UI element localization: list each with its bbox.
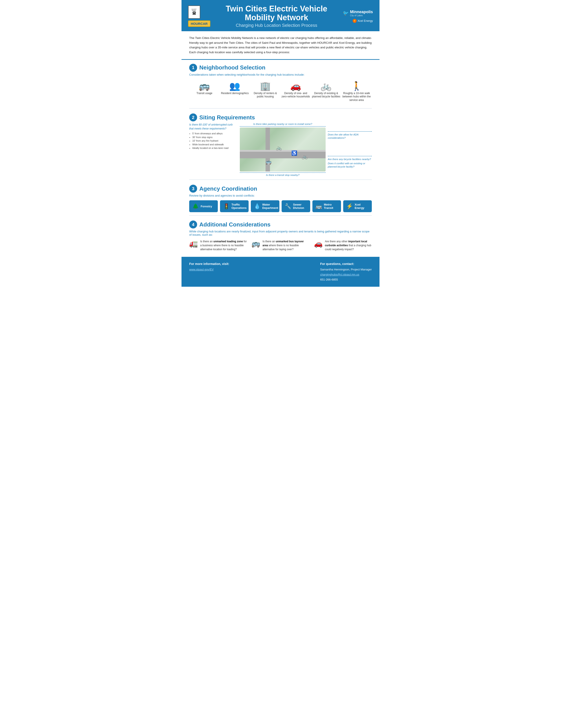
bicycle-icon: 🚲 — [321, 82, 332, 90]
metro-transit-label: Metro Transit — [324, 203, 338, 210]
list-item: 🚲 Density of existing & planned bicycle … — [312, 82, 340, 99]
accessible-icon: ♿ — [291, 150, 297, 156]
step1-title-row: 1 Neighborhood Selection — [189, 64, 372, 72]
agency-xcel: ⚡ Xcel Energy — [343, 200, 372, 212]
water-label: Water Department — [262, 203, 278, 210]
agency-sewer: 🔧 Sewer Division — [282, 200, 310, 212]
ada-question: Does the site allow for ADA consideratio… — [328, 133, 372, 140]
step3-subtitle: Review by divisions and agencies to avoi… — [189, 194, 372, 197]
bus-layover-text: Is there an unmarked bus layover area wh… — [262, 239, 309, 251]
bus-stop-icon: 🚌 — [265, 159, 271, 165]
list-item: 🏢 Density of renters & public housing — [251, 82, 279, 99]
footer-contact-name: Samantha Henningson, Project Manager — [320, 267, 372, 272]
agency-water: 💧 Water Department — [251, 200, 279, 212]
footer-info-label: For more information, visit: — [189, 261, 229, 267]
siting-right-q2: Are there any bicycle facilities nearby?… — [328, 155, 372, 169]
header: SAINTPAUL 🏛 HOURCAR Twin Cities Electric… — [181, 0, 380, 31]
header-left: SAINTPAUL 🏛 HOURCAR — [188, 5, 210, 27]
list-item: 5' from driveways and alleys — [192, 132, 237, 135]
step2-title-row: 2 Siting Requirements — [189, 113, 372, 121]
siting-right-q1: Does the site allow for ADA consideratio… — [328, 130, 372, 140]
step2-section: 2 Siting Requirements Is there 80-100' o… — [181, 109, 380, 179]
agency-metro-transit: 🚌 Metro Transit — [313, 200, 341, 212]
hourcar-badge: HOURCAR — [188, 20, 210, 27]
list-item: 👥 Resident demographics — [220, 82, 249, 95]
step3-section: 3 Agency Coordination Review by division… — [181, 181, 380, 214]
bottom-question: Is there a transit stop nearby? — [240, 174, 326, 176]
step4-heading: Additional Considerations — [199, 221, 270, 228]
demographics-label: Resident demographics — [221, 92, 248, 95]
walk-icon: 🚶 — [351, 82, 362, 90]
footer-url-link[interactable]: www.stpaul.gov/EV — [189, 268, 213, 271]
xcel-energy-icon: ⚡ — [346, 203, 353, 209]
traffic-icon: 🚦 — [223, 203, 230, 209]
mpls-label: Minneapolis — [350, 10, 373, 14]
main-title: Twin Cities Electric Vehicle Mobility Ne… — [210, 4, 343, 22]
sidewalk — [240, 150, 326, 152]
saint-paul-building-icon: 🏛 — [192, 11, 196, 16]
list-item: 🚗 Density of one- and zero-vehicle house… — [282, 82, 310, 99]
list-item: 10' from any fire hydrant — [192, 139, 237, 143]
siting-map: 🚲 ♿ 🚲 🚌 — [240, 128, 326, 172]
footer-contact-email[interactable]: charginghubs@ci.stpaul.mn.us — [320, 273, 359, 276]
step2-heading: Siting Requirements — [199, 114, 255, 121]
step1-section: 1 Neighborhood Selection Considerations … — [181, 60, 380, 108]
top-question: Is there bike parking nearby or room to … — [240, 123, 326, 125]
additional-item-bus: 🚌 Is there an unmarked bus layover area … — [251, 239, 309, 251]
xcel-energy-label: Xcel Energy — [355, 203, 369, 210]
divider2 — [189, 179, 372, 180]
map-bike-icon: 🚲 — [302, 154, 308, 160]
step3-heading: Agency Coordination — [199, 185, 257, 192]
step1-subtitle: Considerations taken when selecting neig… — [189, 73, 372, 76]
minneapolis-logo: 🐦 Minneapolis City of Lakes — [343, 10, 373, 17]
curbside-text: Are there any other important local curb… — [325, 239, 372, 251]
siting-container: Is there 80-100' of uninterrupted curb t… — [189, 123, 372, 176]
list-item: 🚶 Roughly a 10-min walk between hubs wit… — [342, 82, 371, 102]
vehicles-icon: 🚗 — [290, 82, 301, 90]
list-item: Wide boulevard and sidewalk — [192, 143, 237, 146]
agency-forestry: 🌲 Forestry — [189, 200, 218, 212]
step1-circle: 1 — [189, 64, 197, 72]
footer-left: For more information, visit: www.stpaul.… — [189, 261, 229, 282]
bird-icon: 🐦 — [343, 10, 349, 16]
road-vertical — [265, 128, 270, 172]
forestry-label: Forestry — [201, 205, 212, 208]
bus-icon: 🚌 — [251, 239, 260, 248]
road-horizontal — [240, 152, 326, 158]
siting-requirements-list: 5' from driveways and alleys 30' from st… — [192, 132, 237, 150]
siting-right-panel: Does the site allow for ADA consideratio… — [328, 123, 372, 176]
saint-paul-logo: SAINTPAUL 🏛 — [188, 5, 200, 19]
traffic-label: Traffic Operations — [231, 203, 246, 210]
car-icon: 🚗 — [314, 239, 323, 248]
xcel-circle-icon: ⚡ — [353, 19, 357, 23]
water-icon: 💧 — [254, 203, 260, 209]
forestry-icon: 🌲 — [192, 203, 199, 209]
divider3 — [189, 215, 372, 216]
additional-item-loading: 🚛 Is there an unmarked loading zone for … — [189, 239, 247, 251]
bike-parking-icon: 🚲 — [276, 145, 282, 151]
step3-title-row: 3 Agency Coordination — [189, 185, 372, 193]
siting-map-area: Is there bike parking nearby or room to … — [240, 123, 326, 176]
footer-right: For questions, contact: Samantha Henning… — [320, 261, 372, 282]
footer: For more information, visit: www.stpaul.… — [181, 257, 380, 286]
step4-subtitle: While charging hub locations are nearly … — [189, 230, 372, 236]
additional-grid: 🚛 Is there an unmarked loading zone for … — [189, 239, 372, 251]
conflict-question: Does it conflict with an existing or pla… — [328, 162, 372, 168]
footer-contact-label: For questions, contact: — [320, 261, 372, 267]
list-item: 30' from stop signs — [192, 135, 237, 139]
list-item: 🚌 Transit usage — [190, 82, 219, 95]
loading-zone-text: Is there an unmarked loading zone for a … — [200, 239, 247, 251]
agency-grid: 🌲 Forestry 🚦 Traffic Operations 💧 Water … — [189, 200, 372, 212]
transit-label: Transit usage — [196, 92, 212, 95]
siting-left-panel: Is there 80-100' of uninterrupted curb t… — [189, 123, 237, 176]
truck-icon: 🚛 — [189, 239, 198, 248]
step2-circle: 2 — [189, 113, 197, 121]
sewer-label: Sewer Division — [293, 203, 307, 210]
step3-circle: 3 — [189, 185, 197, 193]
step4-title-row: 4 Additional Considerations — [189, 221, 372, 228]
sewer-icon: 🔧 — [285, 203, 291, 209]
step1-icons-row: 🚌 Transit usage 👥 Resident demographics … — [189, 79, 372, 105]
renters-icon: 🏢 — [260, 82, 271, 90]
list-item: Ideally located on a two-lane road — [192, 146, 237, 150]
metro-transit-icon: 🚌 — [316, 203, 322, 209]
